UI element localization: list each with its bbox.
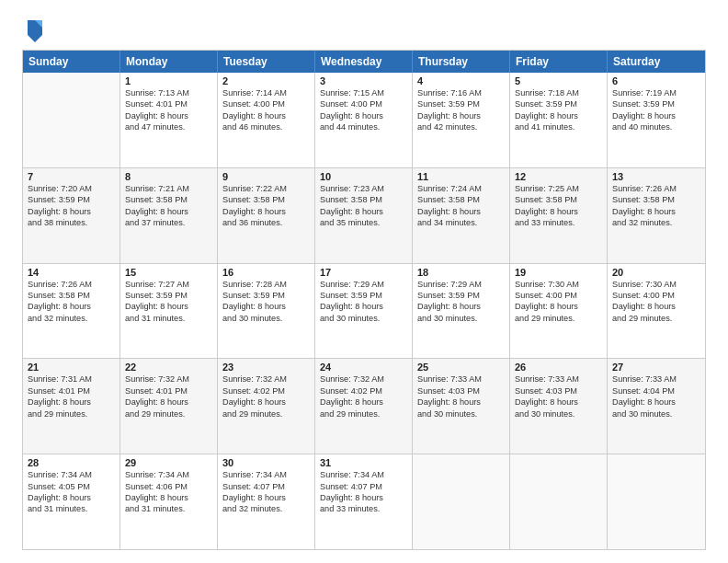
sunrise-line: Sunrise: 7:26 AM	[28, 279, 115, 290]
day-number: 15	[125, 267, 212, 278]
daylight-line-1: Daylight: 8 hours	[320, 206, 407, 217]
sunset-line: Sunset: 4:03 PM	[515, 385, 602, 396]
day-cell-29: 29Sunrise: 7:34 AMSunset: 4:06 PMDayligh…	[120, 454, 218, 549]
daylight-line-1: Daylight: 8 hours	[417, 301, 505, 312]
daylight-line-2: and 29 minutes.	[612, 313, 700, 324]
daylight-line-1: Daylight: 8 hours	[612, 301, 700, 312]
day-number: 26	[515, 362, 602, 373]
daylight-line-2: and 30 minutes.	[515, 408, 602, 419]
day-number: 24	[320, 362, 407, 373]
sunrise-line: Sunrise: 7:29 AM	[320, 279, 407, 290]
day-number: 30	[222, 457, 310, 468]
daylight-line-2: and 30 minutes.	[612, 408, 700, 419]
daylight-line-2: and 38 minutes.	[28, 217, 115, 228]
day-number: 18	[417, 267, 505, 278]
day-cell-20: 20Sunrise: 7:30 AMSunset: 4:00 PMDayligh…	[608, 264, 705, 359]
day-number: 11	[417, 171, 505, 182]
daylight-line-1: Daylight: 8 hours	[417, 206, 505, 217]
daylight-line-2: and 29 minutes.	[222, 408, 310, 419]
daylight-line-2: and 40 minutes.	[612, 121, 700, 132]
daylight-line-1: Daylight: 8 hours	[320, 110, 407, 121]
day-cell-8: 8Sunrise: 7:21 AMSunset: 3:58 PMDaylight…	[120, 168, 218, 263]
daylight-line-2: and 29 minutes.	[28, 408, 115, 419]
calendar-row-0: 1Sunrise: 7:13 AMSunset: 4:01 PMDaylight…	[23, 73, 705, 167]
day-number: 2	[222, 75, 310, 86]
day-cell-6: 6Sunrise: 7:19 AMSunset: 3:59 PMDaylight…	[608, 73, 705, 167]
sunset-line: Sunset: 3:58 PM	[515, 194, 602, 205]
daylight-line-2: and 29 minutes.	[320, 408, 407, 419]
sunset-line: Sunset: 4:07 PM	[320, 481, 407, 492]
sunrise-line: Sunrise: 7:25 AM	[515, 183, 602, 194]
daylight-line-1: Daylight: 8 hours	[125, 110, 212, 121]
day-number: 9	[222, 171, 310, 182]
sunset-line: Sunset: 4:01 PM	[28, 385, 115, 396]
day-number: 28	[28, 457, 115, 468]
calendar-row-1: 7Sunrise: 7:20 AMSunset: 3:59 PMDaylight…	[23, 167, 705, 263]
sunrise-line: Sunrise: 7:27 AM	[125, 279, 212, 290]
sunrise-line: Sunrise: 7:30 AM	[515, 279, 602, 290]
daylight-line-2: and 35 minutes.	[320, 217, 407, 228]
day-cell-9: 9Sunrise: 7:22 AMSunset: 3:58 PMDaylight…	[218, 168, 315, 263]
sunset-line: Sunset: 3:59 PM	[125, 290, 212, 301]
day-number: 7	[28, 171, 115, 182]
day-cell-5: 5Sunrise: 7:18 AMSunset: 3:59 PMDaylight…	[510, 73, 608, 167]
day-number: 23	[222, 362, 310, 373]
daylight-line-1: Daylight: 8 hours	[417, 110, 505, 121]
empty-cell	[608, 454, 705, 549]
day-number: 1	[125, 75, 212, 86]
sunset-line: Sunset: 3:58 PM	[320, 194, 407, 205]
day-number: 29	[125, 457, 212, 468]
daylight-line-2: and 41 minutes.	[515, 121, 602, 132]
day-number: 31	[320, 457, 407, 468]
calendar-row-4: 28Sunrise: 7:34 AMSunset: 4:05 PMDayligh…	[23, 454, 705, 549]
empty-cell	[413, 454, 510, 549]
sunset-line: Sunset: 4:01 PM	[125, 385, 212, 396]
logo-icon	[24, 17, 46, 42]
sunset-line: Sunset: 4:00 PM	[320, 98, 407, 109]
sunrise-line: Sunrise: 7:15 AM	[320, 87, 407, 98]
calendar-header: SundayMondayTuesdayWednesdayThursdayFrid…	[23, 51, 705, 73]
daylight-line-1: Daylight: 8 hours	[222, 206, 310, 217]
daylight-line-2: and 30 minutes.	[320, 313, 407, 324]
day-cell-23: 23Sunrise: 7:32 AMSunset: 4:02 PMDayligh…	[218, 359, 315, 454]
daylight-line-2: and 47 minutes.	[125, 121, 212, 132]
daylight-line-2: and 32 minutes.	[612, 217, 700, 228]
daylight-line-1: Daylight: 8 hours	[222, 110, 310, 121]
sunset-line: Sunset: 4:00 PM	[515, 290, 602, 301]
empty-cell	[510, 454, 608, 549]
logo	[22, 17, 46, 42]
day-cell-19: 19Sunrise: 7:30 AMSunset: 4:00 PMDayligh…	[510, 264, 608, 359]
daylight-line-1: Daylight: 8 hours	[125, 206, 212, 217]
day-cell-21: 21Sunrise: 7:31 AMSunset: 4:01 PMDayligh…	[23, 359, 120, 454]
day-cell-2: 2Sunrise: 7:14 AMSunset: 4:00 PMDaylight…	[218, 73, 315, 167]
daylight-line-1: Daylight: 8 hours	[417, 396, 505, 408]
daylight-line-2: and 34 minutes.	[417, 217, 505, 228]
daylight-line-2: and 31 minutes.	[28, 503, 115, 514]
daylight-line-1: Daylight: 8 hours	[320, 396, 407, 408]
day-cell-27: 27Sunrise: 7:33 AMSunset: 4:04 PMDayligh…	[608, 359, 705, 454]
day-cell-31: 31Sunrise: 7:34 AMSunset: 4:07 PMDayligh…	[315, 454, 413, 549]
sunset-line: Sunset: 4:05 PM	[28, 481, 115, 492]
day-cell-4: 4Sunrise: 7:16 AMSunset: 3:59 PMDaylight…	[413, 73, 510, 167]
calendar-row-2: 14Sunrise: 7:26 AMSunset: 3:58 PMDayligh…	[23, 263, 705, 359]
day-number: 3	[320, 75, 407, 86]
day-cell-3: 3Sunrise: 7:15 AMSunset: 4:00 PMDaylight…	[315, 73, 413, 167]
sunset-line: Sunset: 4:07 PM	[222, 481, 310, 492]
daylight-line-1: Daylight: 8 hours	[28, 492, 115, 503]
day-number: 5	[515, 75, 602, 86]
day-number: 10	[320, 171, 407, 182]
sunrise-line: Sunrise: 7:33 AM	[515, 373, 602, 385]
header	[22, 17, 706, 42]
sunset-line: Sunset: 4:02 PM	[222, 385, 310, 396]
day-number: 16	[222, 267, 310, 278]
sunrise-line: Sunrise: 7:30 AM	[612, 279, 700, 290]
day-cell-24: 24Sunrise: 7:32 AMSunset: 4:02 PMDayligh…	[315, 359, 413, 454]
sunrise-line: Sunrise: 7:16 AM	[417, 87, 505, 98]
sunset-line: Sunset: 3:58 PM	[222, 194, 310, 205]
day-cell-30: 30Sunrise: 7:34 AMSunset: 4:07 PMDayligh…	[218, 454, 315, 549]
daylight-line-2: and 30 minutes.	[417, 313, 505, 324]
daylight-line-1: Daylight: 8 hours	[222, 301, 310, 312]
sunset-line: Sunset: 3:58 PM	[28, 290, 115, 301]
weekday-header-monday: Monday	[120, 51, 218, 73]
day-cell-28: 28Sunrise: 7:34 AMSunset: 4:05 PMDayligh…	[23, 454, 120, 549]
